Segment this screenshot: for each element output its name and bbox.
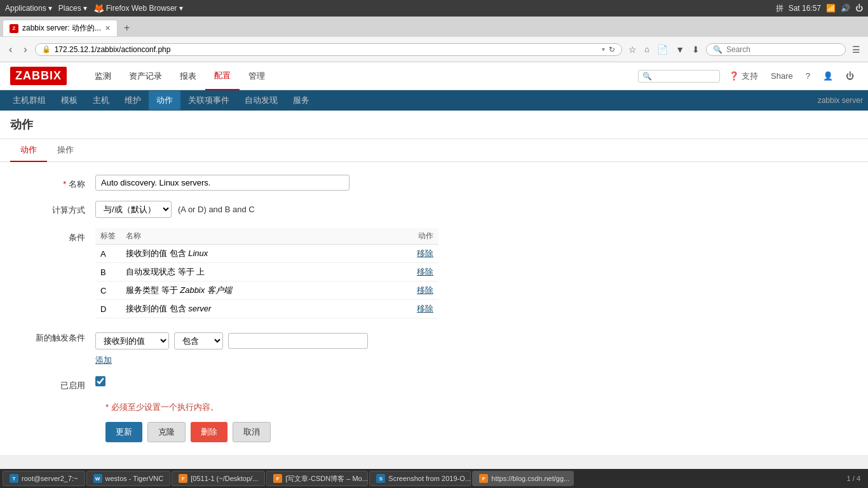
search-icon: 🔍 <box>713 45 722 54</box>
nav-assets[interactable]: 资产记录 <box>120 62 171 90</box>
applications-label: Applications <box>5 4 46 13</box>
browser-menu[interactable]: 🦊 Firefox Web Browser ▾ <box>93 3 183 13</box>
share-button[interactable]: Share <box>767 70 797 82</box>
name-control <box>95 175 849 191</box>
places-menu[interactable]: Places ▾ <box>58 4 87 13</box>
clone-button[interactable]: 克隆 <box>147 422 186 442</box>
url-dropdown[interactable]: ▾ <box>602 46 605 53</box>
new-trigger-row: 新的触发条件 接收到的值 自动发现状态 服务类型 包含 不包含 等于 不等于 添… <box>19 329 849 366</box>
search-bar: 🔍 <box>706 43 846 56</box>
nav-config[interactable]: 配置 <box>205 62 240 90</box>
home-icon[interactable]: ⌂ <box>642 43 652 55</box>
logout-button[interactable]: ⏻ <box>842 70 858 82</box>
sub-nav-hostgroups[interactable]: 主机群组 <box>5 91 53 110</box>
condition-action: 移除 <box>379 263 438 281</box>
trigger-type-select[interactable]: 接收到的值 自动发现状态 服务类型 <box>95 332 169 349</box>
applications-menu[interactable]: Applications ▾ <box>5 4 52 13</box>
sub-nav-services[interactable]: 服务 <box>285 91 317 110</box>
menu-icon[interactable]: ☰ <box>850 43 863 56</box>
header-actions: 🔍 ❓ 支持 Share ? 👤 ⏻ <box>638 69 858 83</box>
tab-label: zabbix server: 动作的... <box>22 23 101 34</box>
condition-name: 接收到的值 包含 Linux <box>121 245 379 263</box>
places-arrow: ▾ <box>83 4 87 13</box>
calc-desc: (A or D) and B and C <box>178 205 255 214</box>
name-input[interactable] <box>95 175 349 191</box>
datetime: Sat 16:57 <box>789 4 821 13</box>
delete-button[interactable]: 删除 <box>191 422 227 442</box>
help-button[interactable]: ? <box>802 70 814 82</box>
table-row: B 自动发现状态 等于 上 移除 <box>95 263 438 281</box>
forward-button[interactable]: › <box>20 43 31 57</box>
sub-nav-discovery[interactable]: 自动发现 <box>237 91 285 110</box>
condition-name: 接收到的值 包含 server <box>121 300 379 318</box>
sub-nav-templates[interactable]: 模板 <box>53 91 85 110</box>
power-icon[interactable]: ⏻ <box>855 4 863 13</box>
conditions-row: 条件 标签 名称 动作 A 接收到的值 包含 Linux 移除 B 自动发现状态… <box>19 228 849 318</box>
url-input[interactable] <box>55 45 599 54</box>
zabbix-logo: ZABBIX <box>10 67 67 85</box>
support-button[interactable]: ❓ 支持 <box>725 69 762 83</box>
sub-nav-event-corr[interactable]: 关联项事件 <box>180 91 237 110</box>
name-row: 名称 <box>19 175 849 191</box>
back-button[interactable]: ‹ <box>5 43 16 57</box>
tab-close-button[interactable]: ✕ <box>105 24 111 32</box>
tab-action[interactable]: 动作 <box>10 139 47 162</box>
search-input[interactable] <box>726 45 839 54</box>
wifi-icon: 📶 <box>826 4 836 13</box>
trigger-value-input[interactable] <box>228 333 368 349</box>
nav-monitor[interactable]: 监测 <box>86 62 120 90</box>
tab-favicon: Z <box>10 24 18 33</box>
sub-nav-maintenance[interactable]: 维护 <box>117 91 149 110</box>
nav-admin[interactable]: 管理 <box>240 62 274 90</box>
new-trigger-label: 新的触发条件 <box>19 329 95 344</box>
download-icon[interactable]: ⬇ <box>689 43 702 56</box>
remove-link[interactable]: 移除 <box>417 248 433 258</box>
header-search-icon: 🔍 <box>642 72 652 81</box>
browser-chrome: Z zabbix server: 动作的... ✕ + ‹ › 🔒 ▾ ↻ ☆ … <box>0 17 868 62</box>
table-row: C 服务类型 等于 Zabbix 客户端 移除 <box>95 281 438 300</box>
calc-control: 与/或（默认） 与 或 自定义表达式 (A or D) and B and C <box>95 201 849 218</box>
main-nav: 监测 资产记录 报表 配置 管理 <box>86 62 274 90</box>
enabled-control <box>95 376 849 386</box>
trigger-condition-select[interactable]: 包含 不包含 等于 不等于 <box>174 332 223 349</box>
enabled-checkbox[interactable] <box>95 376 105 386</box>
user-button[interactable]: 👤 <box>819 70 837 82</box>
reader-icon[interactable]: 📄 <box>654 43 670 56</box>
refresh-button[interactable]: ↻ <box>609 45 615 54</box>
col-header-action: 动作 <box>379 228 438 245</box>
add-condition-link[interactable]: 添加 <box>95 355 849 366</box>
warning-text: * 必须至少设置一个执行内容。 <box>105 402 849 413</box>
condition-label: A <box>95 245 121 263</box>
table-row: A 接收到的值 包含 Linux 移除 <box>95 245 438 263</box>
new-tab-button[interactable]: + <box>120 22 133 34</box>
bookmark-star-icon[interactable]: ☆ <box>626 43 639 56</box>
sub-nav-hosts[interactable]: 主机 <box>85 91 117 110</box>
pocket-icon[interactable]: ▼ <box>673 43 687 56</box>
condition-label: B <box>95 263 121 281</box>
places-label: Places <box>58 4 81 13</box>
action-buttons: 更新 克隆 删除 取消 <box>105 422 849 442</box>
remove-link[interactable]: 移除 <box>417 304 433 313</box>
input-method[interactable]: 拼 <box>776 3 783 14</box>
remove-link[interactable]: 移除 <box>417 285 433 295</box>
update-button[interactable]: 更新 <box>105 422 142 442</box>
condition-action: 移除 <box>379 300 438 318</box>
new-trigger-control: 接收到的值 自动发现状态 服务类型 包含 不包含 等于 不等于 添加 <box>95 329 849 366</box>
nav-reports[interactable]: 报表 <box>171 62 205 90</box>
tab-operation[interactable]: 操作 <box>47 139 84 162</box>
browser-arrow: ▾ <box>179 4 183 13</box>
calc-select[interactable]: 与/或（默认） 与 或 自定义表达式 <box>95 201 172 218</box>
content-tabs: 动作 操作 <box>0 139 868 162</box>
applications-arrow: ▾ <box>48 4 52 13</box>
remove-link[interactable]: 移除 <box>417 267 433 276</box>
cancel-button[interactable]: 取消 <box>233 422 271 442</box>
top-taskbar: Applications ▾ Places ▾ 🦊 Firefox Web Br… <box>0 0 868 17</box>
trigger-input-row: 接收到的值 自动发现状态 服务类型 包含 不包含 等于 不等于 <box>95 332 849 349</box>
sub-nav-actions[interactable]: 动作 <box>149 91 180 110</box>
conditions-label: 条件 <box>19 228 95 243</box>
header-search-input[interactable] <box>652 72 715 81</box>
active-tab[interactable]: Z zabbix server: 动作的... ✕ <box>3 20 118 36</box>
header-search: 🔍 <box>638 70 720 83</box>
name-label: 名称 <box>19 175 95 190</box>
calc-label: 计算方式 <box>19 201 95 216</box>
